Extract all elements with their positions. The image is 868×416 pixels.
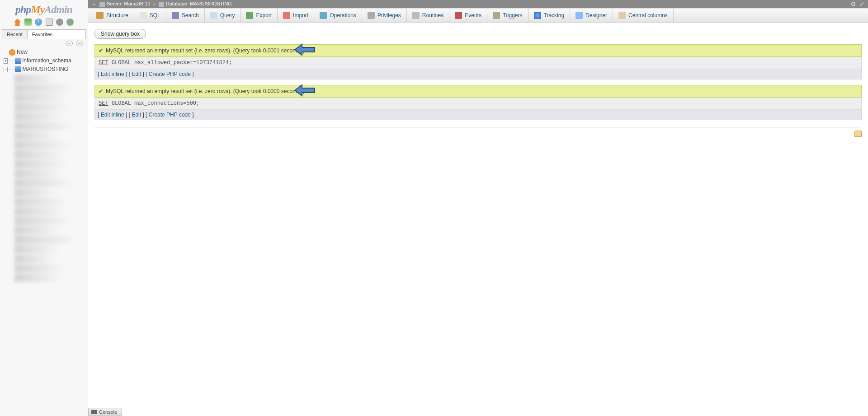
reload-icon[interactable] xyxy=(66,19,74,26)
tab-privileges[interactable]: Privileges xyxy=(362,9,407,22)
tab-structure[interactable]: Structure xyxy=(91,9,134,22)
sql-icon xyxy=(140,12,147,19)
server-name[interactable]: MariaDB 10 xyxy=(124,1,151,6)
content-area: Show query box ✔ MySQL returned an empty… xyxy=(88,23,868,416)
gear-icon[interactable]: ⚙ xyxy=(850,0,856,8)
console-toggle[interactable]: Console xyxy=(88,408,122,416)
tab-routines[interactable]: Routines xyxy=(407,9,449,22)
main-tabs: Structure SQL Search Query Export Import… xyxy=(88,8,868,23)
tree-db-item[interactable]: + information_schema xyxy=(2,56,88,65)
breadcrumb: ← Server: MariaDB 10 » Database: MARIUSH… xyxy=(88,0,868,8)
edit-inline-link[interactable]: Edit inline xyxy=(101,112,124,118)
tab-events[interactable]: Events xyxy=(449,9,487,22)
sql-query-display: SET GLOBAL max_connections=500; xyxy=(94,98,862,110)
sidebar: phpMyAdmin Recent Favorites − ∞ New + in… xyxy=(0,0,88,416)
bookmark-bar xyxy=(94,127,862,138)
tab-sql[interactable]: SQL xyxy=(134,9,166,22)
server-label: Server: xyxy=(107,1,123,6)
tracking-icon xyxy=(534,12,541,19)
routines-icon xyxy=(412,12,420,19)
create-php-link[interactable]: Create PHP code xyxy=(149,112,191,118)
show-query-box-button[interactable]: Show query box xyxy=(94,29,146,39)
privileges-icon xyxy=(368,12,375,19)
operations-icon xyxy=(320,12,327,19)
tab-query[interactable]: Query xyxy=(205,9,241,22)
nav-tab-recent[interactable]: Recent xyxy=(2,30,28,39)
tab-triggers[interactable]: Triggers xyxy=(487,9,528,22)
structure-icon xyxy=(96,12,104,19)
check-icon: ✔ xyxy=(99,47,103,54)
console-icon xyxy=(91,410,97,414)
tab-export[interactable]: Export xyxy=(241,9,278,22)
tree-tables-blurred xyxy=(2,75,88,282)
database-icon xyxy=(15,58,21,64)
db-tree: New + information_schema − MARIUSHOSTING xyxy=(0,47,88,416)
tab-search[interactable]: Search xyxy=(166,9,205,22)
search-icon xyxy=(172,12,179,19)
tab-designer[interactable]: Designer xyxy=(570,9,613,22)
query-success-message: ✔ MySQL returned an empty result set (i.… xyxy=(94,85,862,98)
home-icon[interactable] xyxy=(14,19,21,26)
export-icon xyxy=(246,12,253,19)
query-icon xyxy=(210,12,217,19)
designer-icon xyxy=(576,12,583,19)
central-icon xyxy=(618,12,626,19)
logo[interactable]: phpMyAdmin xyxy=(0,0,88,17)
check-icon: ✔ xyxy=(99,88,103,94)
breadcrumb-separator: » xyxy=(153,1,156,7)
collapse-icon[interactable]: − xyxy=(66,41,73,46)
docs-icon[interactable] xyxy=(46,19,53,26)
link-icon[interactable]: ∞ xyxy=(76,41,83,46)
new-db-icon xyxy=(9,49,15,56)
sql-query-display: SET GLOBAL max_allowed_packet=1073741824… xyxy=(94,57,862,69)
fullscreen-icon[interactable]: ⤢ xyxy=(859,0,864,8)
database-icon xyxy=(15,66,21,72)
tab-operations[interactable]: Operations xyxy=(314,9,362,22)
bookmark-icon[interactable] xyxy=(854,131,862,137)
tab-central[interactable]: Central columns xyxy=(613,9,674,22)
import-icon xyxy=(283,12,290,19)
main-panel: ← Server: MariaDB 10 » Database: MARIUSH… xyxy=(88,0,868,416)
nav-icon-bar xyxy=(0,17,88,28)
nav-collapse-bar: − ∞ xyxy=(0,39,88,47)
tab-tracking[interactable]: Tracking xyxy=(528,9,571,22)
edit-link[interactable]: Edit xyxy=(132,71,141,77)
help-icon[interactable] xyxy=(35,19,42,26)
collapse-icon[interactable]: − xyxy=(4,67,8,72)
settings-icon[interactable] xyxy=(56,19,63,26)
database-name[interactable]: MARIUSHOSTING xyxy=(190,1,232,6)
tab-import[interactable]: Import xyxy=(278,9,314,22)
logout-icon[interactable] xyxy=(24,19,32,26)
query-action-links: [ Edit inline ] [ Edit ] [ Create PHP co… xyxy=(94,69,862,79)
tree-db-item[interactable]: − MARIUSHOSTING xyxy=(2,65,88,74)
query-success-message: ✔ MySQL returned an empty result set (i.… xyxy=(94,44,862,57)
triggers-icon xyxy=(493,12,500,19)
events-icon xyxy=(455,12,462,19)
server-icon xyxy=(99,2,105,7)
query-action-links: [ Edit inline ] [ Edit ] [ Create PHP co… xyxy=(94,110,862,120)
back-icon[interactable]: ← xyxy=(92,1,97,7)
tree-new[interactable]: New xyxy=(2,48,88,56)
edit-link[interactable]: Edit xyxy=(132,112,141,118)
nav-tab-favorites[interactable]: Favorites xyxy=(28,30,57,39)
database-icon xyxy=(159,2,164,7)
edit-inline-link[interactable]: Edit inline xyxy=(101,71,124,77)
nav-tabs: Recent Favorites xyxy=(2,29,86,39)
expand-icon[interactable]: + xyxy=(4,58,8,64)
database-label: Database: xyxy=(166,1,189,6)
create-php-link[interactable]: Create PHP code xyxy=(149,71,191,77)
